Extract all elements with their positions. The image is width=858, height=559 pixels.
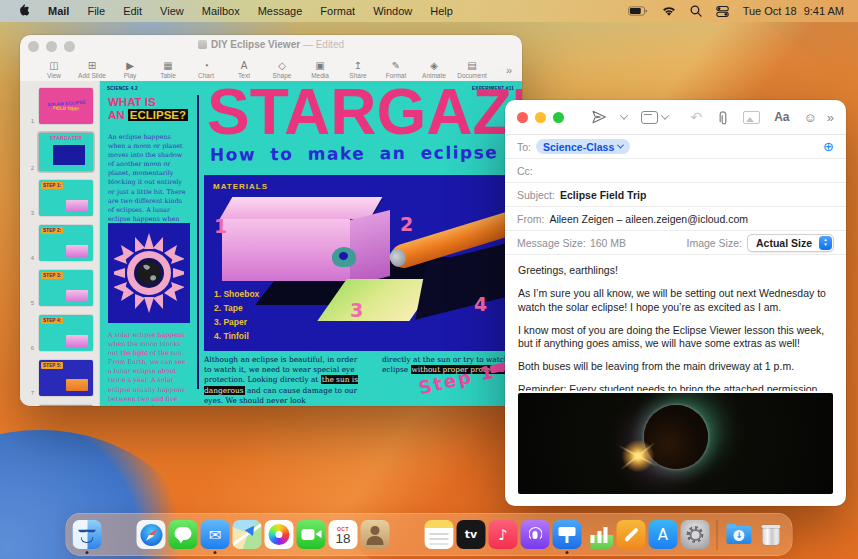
materials-panel[interactable]: MATERIALS 1 2 3 4 1. Shoebox2. Tape3. Pa… [204, 175, 522, 351]
slide-thumbnail[interactable]: 8 DID YOU KNOW [20, 403, 95, 406]
emoji-button[interactable]: ☺ [797, 106, 824, 128]
apple-menu-icon[interactable] [16, 4, 29, 19]
slide-thumbnail[interactable]: 5 STEP 3: [20, 268, 95, 308]
add-recipient-button[interactable]: ⊕ [823, 140, 834, 153]
slide-thumbnail[interactable]: 2 STARGAZER [20, 131, 95, 173]
menu-item[interactable]: Message [249, 0, 312, 22]
toolbar-button[interactable]: ◔ Chart [188, 60, 224, 79]
dock-reminders[interactable] [393, 520, 422, 549]
slide-thumbnail[interactable]: 4 STEP 2: [20, 223, 95, 263]
menu-item[interactable]: Mailbox [193, 0, 249, 22]
dock-mail[interactable]: ✉ [201, 520, 230, 549]
dock-notes[interactable] [425, 520, 454, 549]
toolbar-overflow-chevron[interactable]: » [506, 64, 512, 76]
send-options-chevron[interactable] [614, 106, 634, 128]
slide-course-label[interactable]: SCIENCE 4.2 [107, 86, 138, 91]
dock-messages[interactable] [169, 520, 198, 549]
dock-app-store[interactable]: A [649, 520, 678, 549]
dock-divider[interactable] [717, 520, 718, 550]
sun-illustration[interactable] [108, 223, 190, 323]
dock-system-settings[interactable] [681, 520, 710, 549]
toolbar-button[interactable]: ▣ Media [302, 60, 338, 79]
menu-item[interactable]: Window [364, 0, 421, 22]
dock-podcasts[interactable] [521, 520, 550, 549]
control-center-icon[interactable] [716, 6, 729, 17]
dock-finder[interactable] [73, 520, 102, 549]
undo-button[interactable]: ↶ [683, 106, 709, 128]
shoebox-side-illustration [350, 210, 390, 286]
slide-thumbnail[interactable]: 3 STEP 1: [20, 178, 95, 218]
dock-facetime[interactable] [297, 520, 326, 549]
cc-field[interactable]: Cc: [505, 159, 846, 183]
toolbar-button[interactable]: ↥ Share [340, 60, 376, 79]
send-button[interactable] [584, 106, 614, 128]
zoom-button[interactable] [553, 112, 564, 123]
mail-toolbar[interactable]: ↶ Aa ☺ » [505, 100, 846, 135]
dock-maps[interactable] [233, 520, 262, 549]
toolbar-button[interactable]: ▦ Table [150, 60, 186, 79]
recipient-token[interactable]: Science-Class [536, 139, 630, 154]
slide-canvas[interactable]: SCIENCE 4.2 EXPERIMENT #11 WHAT IS AN EC… [100, 81, 522, 406]
toolbar-button[interactable]: ▶ Play [112, 60, 148, 79]
message-body-editor[interactable]: Greetings, earthlings!As I’m sure you al… [505, 255, 846, 391]
dock-calendar[interactable]: OCT 18 [329, 520, 358, 549]
header-fields-button[interactable] [634, 106, 675, 128]
dock-photos[interactable] [265, 520, 294, 549]
document-proxy-icon[interactable] [198, 40, 207, 49]
menu-item[interactable]: File [78, 0, 114, 22]
close-button[interactable] [517, 112, 528, 123]
toolbar-button-icon: A [241, 60, 248, 71]
from-field[interactable]: From: Aileen Zeigen – aileen.zeigen@iclo… [505, 207, 846, 231]
toolbar-overflow-chevron[interactable]: » [827, 110, 834, 125]
image-size-select[interactable]: Actual Size ▲▼ [747, 234, 834, 252]
dock-pages[interactable] [617, 520, 646, 549]
format-button[interactable]: Aa [767, 106, 796, 128]
dock-launchpad[interactable] [105, 520, 134, 549]
slide-title[interactable]: STARGAZER [207, 81, 522, 149]
dock-downloads[interactable]: ↓ [725, 520, 754, 549]
toolbar-button[interactable]: ⊞ Add Slide [74, 60, 110, 79]
slide-caution-text-left[interactable]: Although an eclipse is beautiful, in ord… [204, 355, 362, 406]
toolbar-button[interactable]: ▤ Document [454, 60, 490, 79]
slide-thumbnail[interactable]: 1 SOLAR ECLIPSE FIELD TRIP! [20, 86, 95, 126]
menu-item[interactable]: View [151, 0, 193, 22]
menu-bar-clock[interactable]: Tue Oct 18 9:41 AM [743, 5, 844, 17]
toolbar-button-label: Document [457, 72, 487, 79]
slide-thumbnail[interactable]: 6 STEP 4: [20, 313, 95, 353]
dock-trash[interactable] [757, 520, 786, 549]
slide-number: 3 [20, 209, 37, 218]
toolbar-button[interactable]: ◇ Shape [264, 60, 300, 79]
to-field[interactable]: To: Science-Class ⊕ [505, 135, 846, 159]
dock-safari[interactable] [137, 520, 166, 549]
menu-item[interactable]: Format [311, 0, 364, 22]
dock: ✉ [66, 513, 793, 556]
slide-thumbnail[interactable]: 7 STEP 5: [20, 358, 95, 398]
body-paragraph: Both buses will be leaving from the main… [518, 360, 833, 374]
attach-button[interactable] [709, 106, 736, 128]
keynote-title-bar[interactable]: DIY Eclipse Viewer — Edited [20, 35, 522, 55]
dock-music[interactable]: ♪ [489, 520, 518, 549]
subject-field[interactable]: Subject: Eclipse Field Trip [505, 183, 846, 207]
minimize-button[interactable] [535, 112, 546, 123]
toolbar-button-label: Share [349, 72, 366, 79]
to-label: To: [517, 141, 531, 153]
insert-photo-button[interactable] [736, 106, 767, 128]
dock-contacts[interactable] [361, 520, 390, 549]
menu-item[interactable]: Help [421, 0, 462, 22]
slide-subtitle[interactable]: How to make an eclipse viewer! [210, 141, 522, 164]
toolbar-button[interactable]: A Text [226, 60, 262, 79]
slide-paragraph-2[interactable]: A solar eclipse happens when the moon bl… [108, 331, 188, 406]
menu-app-name[interactable]: Mail [39, 0, 78, 22]
toolbar-button[interactable]: ◫ View [36, 60, 72, 79]
toolbar-button[interactable]: ◈ Animate [416, 60, 452, 79]
battery-icon[interactable] [628, 6, 648, 16]
dock-numbers[interactable] [585, 520, 614, 549]
toolbar-button[interactable]: ✎ Format [378, 60, 414, 79]
search-icon[interactable] [690, 5, 702, 17]
dock-keynote[interactable] [553, 520, 582, 549]
wifi-icon[interactable] [662, 6, 676, 17]
eclipse-photo-attachment[interactable] [518, 393, 833, 494]
menu-item[interactable]: Edit [114, 0, 151, 22]
dock-tv[interactable]: tv [457, 520, 486, 549]
slide-heading[interactable]: WHAT IS AN ECLIPSE? [108, 96, 218, 122]
